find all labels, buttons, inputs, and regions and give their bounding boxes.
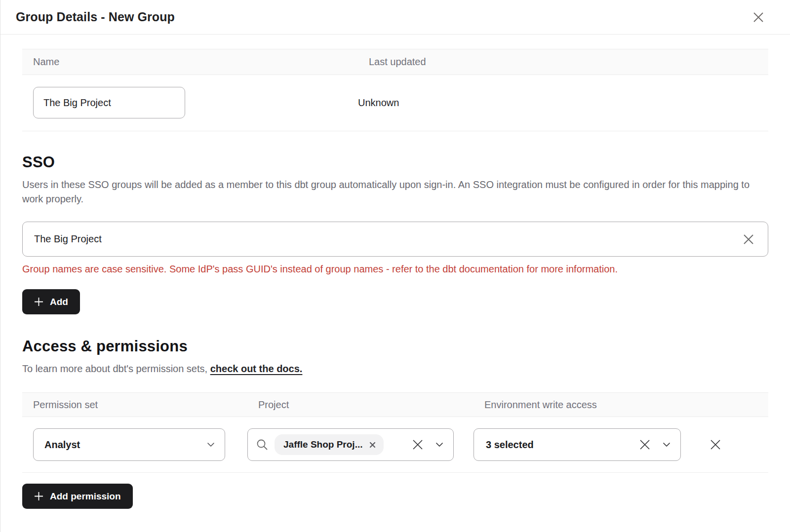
permission-set-select-controls	[207, 442, 215, 447]
add-permission-button-label: Add permission	[50, 491, 121, 502]
project-select-controls	[412, 439, 443, 451]
clear-x-icon[interactable]	[412, 439, 424, 451]
modal-body: Name Last updated Unknown SSO Users in t…	[0, 49, 790, 509]
description-text: To learn more about dbt's permission set…	[22, 363, 210, 374]
name-cell	[22, 87, 358, 118]
add-permission-button[interactable]: Add permission	[22, 484, 133, 509]
environment-write-access-select[interactable]: 3 selected	[474, 428, 681, 461]
permissions-table-header: Permission set Project Environment write…	[22, 392, 768, 417]
sso-error-message: Group names are case sensitive. Some IdP…	[22, 264, 768, 275]
column-header-permission-set: Permission set	[22, 399, 247, 411]
sso-section: SSO Users in these SSO groups will be ad…	[22, 153, 768, 314]
permission-set-value: Analyst	[44, 439, 80, 451]
add-sso-group-button[interactable]: Add	[22, 289, 80, 314]
search-icon	[256, 438, 269, 451]
project-tag-label: Jaffle Shop Proj...	[283, 439, 362, 450]
access-permissions-section: Access & permissions To learn more about…	[22, 338, 768, 509]
column-header-name: Name	[22, 56, 358, 68]
sso-heading: SSO	[22, 153, 768, 171]
modal-header: Group Details - New Group	[0, 0, 790, 35]
project-multiselect[interactable]: Jaffle Shop Proj...	[247, 428, 454, 461]
chevron-down-icon	[435, 442, 443, 447]
column-header-environment-write-access: Environment write access	[474, 399, 768, 411]
sso-group-input[interactable]	[34, 233, 742, 245]
plus-icon	[34, 492, 43, 501]
group-name-input[interactable]	[33, 87, 185, 118]
row-remove-x-icon[interactable]	[709, 438, 722, 451]
column-header-project: Project	[247, 399, 474, 411]
permissions-table: Permission set Project Environment write…	[22, 392, 768, 473]
last-updated-value: Unknown	[358, 97, 768, 109]
tag-remove-x-icon[interactable]	[369, 442, 376, 448]
group-table-header: Name Last updated	[22, 49, 768, 75]
clear-x-icon[interactable]	[639, 439, 651, 451]
permission-row: Analyst	[22, 417, 768, 473]
close-icon[interactable]	[750, 9, 767, 26]
group-table-row: Unknown	[22, 75, 768, 131]
permission-set-select[interactable]: Analyst	[33, 428, 225, 461]
plus-icon	[34, 297, 43, 306]
sso-group-input-wrap	[22, 222, 768, 257]
sso-description: Users in these SSO groups will be added …	[22, 178, 768, 206]
project-tag: Jaffle Shop Proj...	[275, 434, 384, 455]
permission-set-cell: Analyst	[22, 428, 247, 461]
group-details-table: Name Last updated Unknown	[22, 49, 768, 131]
chevron-down-icon	[663, 442, 671, 447]
clear-x-icon[interactable]	[742, 233, 755, 246]
access-permissions-heading: Access & permissions	[22, 338, 768, 355]
project-cell: Jaffle Shop Proj...	[247, 428, 474, 461]
environment-write-access-cell: 3 selected	[474, 428, 768, 461]
chevron-down-icon	[207, 442, 215, 447]
environment-select-controls	[639, 439, 671, 451]
add-sso-group-button-label: Add	[50, 297, 68, 307]
environment-write-access-value: 3 selected	[486, 439, 534, 451]
column-header-last-updated: Last updated	[358, 56, 768, 68]
docs-link[interactable]: check out the docs.	[210, 363, 303, 374]
page-title: Group Details - New Group	[16, 10, 175, 24]
access-permissions-description: To learn more about dbt's permission set…	[22, 362, 768, 376]
